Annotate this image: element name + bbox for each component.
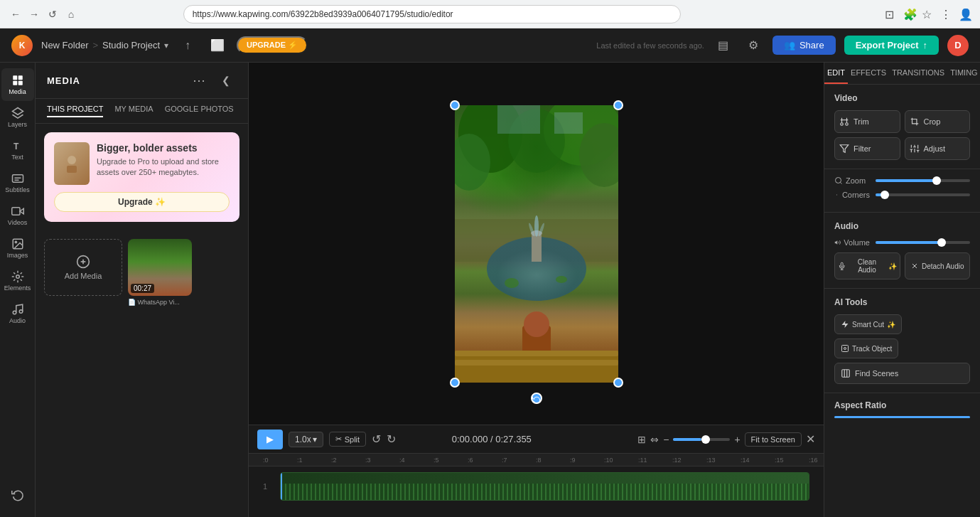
sidebar-item-audio[interactable]: Audio <box>1 297 34 330</box>
export-button[interactable]: Export Project ↑ <box>844 36 939 55</box>
svg-point-13 <box>16 275 19 279</box>
home-button[interactable]: ⌂ <box>64 7 78 21</box>
sidebar-images-label: Images <box>7 252 28 259</box>
track-clip[interactable] <box>280 472 809 501</box>
sidebar-item-elements[interactable]: Elements <box>1 265 34 297</box>
ruler-mark: :2 <box>331 457 365 464</box>
media-thumb-item[interactable]: 00:27 <box>128 239 192 296</box>
resize-handle-tl[interactable] <box>450 100 460 110</box>
media-more-button[interactable]: ⋯ <box>188 70 210 91</box>
split-button[interactable]: ✂ Split <box>329 432 366 447</box>
refresh-button[interactable]: ↺ <box>45 7 60 21</box>
profile-icon[interactable]: ⊡ <box>885 8 898 21</box>
svg-text:T: T <box>14 142 19 151</box>
zoom-thumb[interactable] <box>932 176 941 185</box>
smart-cut-button[interactable]: Smart Cut ✨ <box>834 314 902 334</box>
track-object-button[interactable]: Track Object <box>834 339 898 358</box>
redo-button[interactable]: ↻ <box>387 432 396 446</box>
ruler-mark: :5 <box>434 457 468 464</box>
canvas-area[interactable] <box>249 63 824 425</box>
export-label: Export Project <box>856 40 919 50</box>
sidebar-item-subtitles[interactable]: Subtitles <box>1 166 34 199</box>
rotate-handle[interactable] <box>531 393 542 404</box>
resize-handle-tr[interactable] <box>613 100 623 110</box>
corners-thumb[interactable] <box>881 191 889 199</box>
zoom-slider[interactable] <box>673 438 730 441</box>
zoom-in-button[interactable]: + <box>734 434 740 445</box>
user-avatar[interactable]: D <box>947 35 969 56</box>
sidebar-item-layers[interactable]: Layers <box>1 101 34 134</box>
tab-timing[interactable]: TIMING <box>947 63 980 84</box>
corners-slider-track[interactable] <box>876 193 970 196</box>
ruler-mark: :16 <box>809 457 824 464</box>
playhead[interactable] <box>281 473 282 500</box>
sidebar-item-sync[interactable] <box>1 479 34 511</box>
detach-audio-button[interactable]: Detach Audio <box>905 252 971 279</box>
zoom-fit-button[interactable]: ⊞ <box>637 434 646 445</box>
undo-button[interactable]: ↺ <box>372 432 381 446</box>
track-waveform <box>281 473 809 500</box>
zoom-out-button[interactable]: − <box>663 434 669 445</box>
tab-transitions[interactable]: TRANSITIONS <box>889 63 947 84</box>
corners-slider-row: Corners <box>834 191 970 199</box>
settings-button[interactable]: ⚙ <box>743 35 764 56</box>
upgrade-button[interactable]: UPGRADE ⚡ <box>237 36 308 54</box>
resize-handle-br[interactable] <box>613 378 623 388</box>
svg-marker-4 <box>12 108 23 115</box>
volume-thumb[interactable] <box>937 238 946 247</box>
smart-cut-label: Smart Cut <box>852 321 884 329</box>
ruler-mark: :6 <box>468 457 502 464</box>
media-tab-google-photos[interactable]: GOOGLE PHOTOS <box>165 105 234 117</box>
tab-effects[interactable]: EFFECTS <box>848 63 889 84</box>
captions-button[interactable]: ▤ <box>713 35 734 56</box>
breadcrumb-project[interactable]: Studio Project <box>102 40 160 50</box>
svg-rect-2 <box>13 81 17 85</box>
chevron-down-icon[interactable]: ▾ <box>164 41 168 50</box>
play-button[interactable]: ▶ <box>257 430 283 449</box>
video-frame[interactable] <box>455 105 618 383</box>
video-canvas[interactable] <box>455 105 618 383</box>
sidebar-item-images[interactable]: Images <box>1 232 34 265</box>
media-tab-my-media[interactable]: MY MEDIA <box>114 105 153 117</box>
resize-handle-bl[interactable] <box>450 378 460 388</box>
filter-button[interactable]: Filter <box>834 137 900 160</box>
sidebar-item-videos[interactable]: Videos <box>1 199 34 232</box>
svg-point-42 <box>841 123 844 126</box>
zoom-slider-track[interactable] <box>876 179 970 182</box>
more-icon[interactable]: ⋮ <box>940 8 953 21</box>
svg-point-34 <box>534 215 539 237</box>
crop-button[interactable]: Crop <box>905 110 971 133</box>
star-icon[interactable]: ☆ <box>922 8 935 21</box>
media-tab-this-project[interactable]: THIS PROJECT <box>47 105 103 117</box>
share-button[interactable]: 👥 Share <box>772 36 836 55</box>
sidebar-item-media[interactable]: Media <box>1 68 34 101</box>
zoom-split-button[interactable]: ⇔ <box>650 434 659 445</box>
last-saved-text: Last edited a few seconds ago. <box>596 41 704 50</box>
tab-edit[interactable]: EDIT <box>824 63 848 84</box>
responsive-button[interactable]: ⬜ <box>207 35 228 56</box>
fit-to-screen-button[interactable]: Fit to Screen <box>745 432 802 447</box>
clean-audio-button[interactable]: Clean Audio ✨ <box>834 252 900 279</box>
add-media-button[interactable]: Add Media <box>44 239 122 296</box>
upgrade-action-button[interactable]: Upgrade ✨ <box>54 192 230 212</box>
svg-rect-3 <box>18 81 22 85</box>
find-scenes-button[interactable]: Find Scenes <box>834 363 970 384</box>
media-collapse-button[interactable]: ❮ <box>215 70 237 91</box>
adjust-button[interactable]: Adjust <box>905 137 971 160</box>
back-button[interactable]: ← <box>9 7 23 21</box>
extensions-icon[interactable]: 🧩 <box>903 8 916 21</box>
browser-right-icons: ⊡ 🧩 ☆ ⋮ 👤 <box>885 8 971 21</box>
close-timeline-button[interactable]: ✕ <box>806 432 815 446</box>
user-profile-icon[interactable]: 👤 <box>959 8 971 21</box>
ruler-mark: :4 <box>399 457 434 464</box>
breadcrumb-folder[interactable]: New Folder <box>41 40 88 50</box>
upload-button[interactable]: ↑ <box>177 35 198 56</box>
address-bar[interactable]: https://www.kapwing.com/63922b8ed3939a00… <box>183 5 681 23</box>
volume-slider-track[interactable] <box>876 241 970 244</box>
trim-button[interactable]: Trim <box>834 110 900 133</box>
speed-button[interactable]: 1.0x ▾ <box>289 432 323 447</box>
forward-button[interactable]: → <box>27 7 41 21</box>
main-area: ▶ 1.0x ▾ ✂ Split ↺ ↻ 0:00.000 / 0:27.355… <box>249 63 824 517</box>
zoom-slider-thumb[interactable] <box>701 435 710 444</box>
sidebar-item-text[interactable]: T Text <box>1 134 34 166</box>
